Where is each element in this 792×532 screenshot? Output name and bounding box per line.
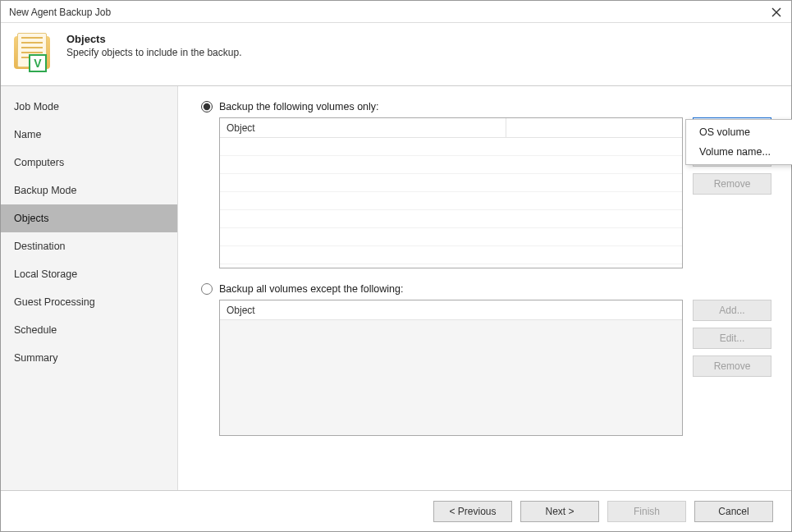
remove-include-button: Remove [693,173,771,195]
dropdown-item-os-volume[interactable]: OS volume [686,122,792,142]
sidebar-item-objects[interactable]: Objects [1,204,177,232]
sidebar-item-destination[interactable]: Destination [1,232,177,260]
table-row[interactable] [220,138,682,156]
table-row[interactable] [220,174,682,192]
exclude-buttons: Add... Edit... Remove [693,300,771,436]
page-subtitle: Specify objects to include in the backup… [66,47,241,58]
dropdown-item-volume-name[interactable]: Volume name... [686,142,792,162]
sidebar-item-guest-processing[interactable]: Guest Processing [1,288,177,316]
wizard-content: Backup the following volumes only: Objec… [178,86,791,490]
finish-button: Finish [607,501,686,522]
remove-exclude-button: Remove [693,355,771,377]
sidebar-item-label: Objects [14,213,48,224]
include-table-header: Object [220,118,682,138]
radio-include-volumes[interactable] [201,101,213,112]
wizard-footer: < Previous Next > Finish Cancel [1,490,791,531]
sidebar-item-label: Name [14,129,41,140]
page-title: Objects [66,33,241,45]
sidebar-item-schedule[interactable]: Schedule [1,316,177,344]
sidebar-item-job-mode[interactable]: Job Mode [1,93,177,121]
option-exclude-volumes[interactable]: Backup all volumes except the following: [201,283,771,295]
table-row[interactable] [220,246,682,264]
wizard-body: Job Mode Name Computers Backup Mode Obje… [1,86,791,490]
sidebar-item-label: Job Mode [14,101,59,112]
cancel-button[interactable]: Cancel [694,501,773,522]
wizard-window: New Agent Backup Job V Objects Specify o… [0,0,792,532]
sidebar-item-local-storage[interactable]: Local Storage [1,260,177,288]
window-title: New Agent Backup Job [9,7,111,18]
edit-exclude-button: Edit... [693,328,771,349]
wizard-header: V Objects Specify objects to include in … [1,23,791,86]
exclude-table: Object [219,300,683,436]
sidebar-item-label: Destination [14,241,66,252]
objects-icon: V [12,31,55,74]
option-exclude-label: Backup all volumes except the following: [219,283,403,295]
option-include-label: Backup the following volumes only: [219,101,379,112]
close-icon[interactable] [770,6,783,19]
next-button[interactable]: Next > [520,501,599,522]
sidebar-item-name[interactable]: Name [1,121,177,149]
exclude-panel: Object Add... Edit... Remove [219,300,771,436]
sidebar-item-label: Schedule [14,324,57,336]
sidebar-item-label: Summary [14,352,57,364]
sidebar-item-label: Computers [14,157,64,168]
exclude-table-header: Object [220,300,682,320]
table-row[interactable] [220,228,682,246]
include-table-rows [220,138,682,264]
sidebar-item-label: Backup Mode [14,185,76,196]
radio-exclude-volumes[interactable] [201,283,213,295]
option-include-volumes[interactable]: Backup the following volumes only: [201,101,771,112]
table-row[interactable] [220,156,682,174]
veeam-badge-icon: V [29,54,47,72]
wizard-sidebar: Job Mode Name Computers Backup Mode Obje… [1,86,178,490]
sidebar-item-backup-mode[interactable]: Backup Mode [1,177,177,204]
sidebar-item-label: Local Storage [14,268,77,280]
include-column-object: Object [220,118,506,137]
exclude-column-object: Object [220,300,682,319]
table-row[interactable] [220,210,682,228]
titlebar: New Agent Backup Job [1,1,791,23]
add-dropdown-menu[interactable]: OS volume Volume name... [685,119,792,165]
header-texts: Objects Specify objects to include in th… [66,31,241,58]
include-column-blank [506,118,682,137]
sidebar-item-label: Guest Processing [14,296,95,308]
table-row[interactable] [220,192,682,210]
previous-button[interactable]: < Previous [433,501,512,522]
sidebar-item-summary[interactable]: Summary [1,344,177,372]
include-table[interactable]: Object [219,117,683,268]
sidebar-item-computers[interactable]: Computers [1,149,177,177]
add-exclude-button: Add... [693,300,771,321]
